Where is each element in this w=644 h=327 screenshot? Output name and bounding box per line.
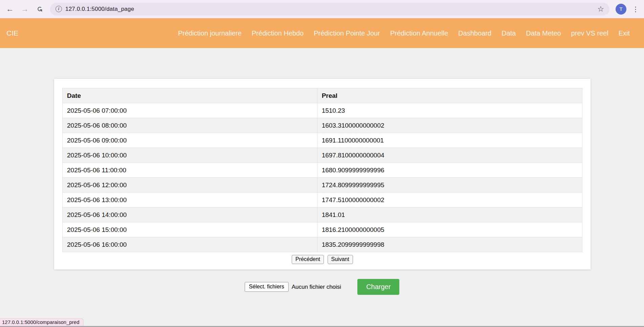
date-cell: 2025-05-06 12:00:00 [63,178,317,193]
table-row: 2025-05-06 13:00:00 1747.5100000000002 [63,193,582,208]
page-info-icon[interactable]: i [55,6,62,12]
date-cell: 2025-05-06 10:00:00 [63,148,317,163]
preal-cell: 1816.2100000000005 [317,222,582,237]
preal-cell: 1691.1100000000001 [317,133,582,148]
forward-arrow-icon: → [18,3,31,16]
table-row: 2025-05-06 10:00:00 1697.8100000000004 [63,148,582,163]
nav-item-prev-vs-reel[interactable]: prev VS reel [571,29,608,37]
preal-cell: 1835.2099999999998 [317,237,582,252]
back-arrow-icon[interactable]: ← [3,3,16,16]
column-header-date: Date [63,88,317,103]
profile-avatar[interactable]: T [616,4,626,15]
nav-item-prediction-annuelle[interactable]: Prédiction Annuelle [390,29,448,37]
date-cell: 2025-05-06 08:00:00 [63,118,317,133]
browser-menu-icon[interactable]: ⋮ [630,3,641,16]
preal-cell: 1680.9099999999996 [317,163,582,178]
table-row: 2025-05-06 08:00:00 1603.3100000000002 [63,118,582,133]
date-cell: 2025-05-06 11:00:00 [63,163,317,178]
nav-item-prediction-hebdo[interactable]: Prédiction Hebdo [252,29,304,37]
nav-item-prediction-journaliere[interactable]: Prédiction journaliere [178,29,242,37]
table-row: 2025-05-06 12:00:00 1724.8099999999995 [63,178,582,193]
app-navbar: CIE Prédiction journaliere Prédiction He… [0,18,644,48]
nav-item-prediction-pointe-jour[interactable]: Prédiction Pointe Jour [314,29,380,37]
table-row: 2025-05-06 16:00:00 1835.2099999999998 [63,237,582,252]
preal-cell: 1724.8099999999995 [317,178,582,193]
charger-button[interactable]: Charger [357,279,399,295]
data-table: Date Preal 2025-05-06 07:00:00 1510.23 2… [62,88,582,252]
preal-cell: 1603.3100000000002 [317,118,582,133]
brand-logo[interactable]: CIE [6,29,18,37]
date-cell: 2025-05-06 09:00:00 [63,133,317,148]
date-cell: 2025-05-06 13:00:00 [63,193,317,208]
data-table-card: Date Preal 2025-05-06 07:00:00 1510.23 2… [54,79,591,269]
browser-toolbar: ← → ↻ i 127.0.0.1:5000/data_page ☆ T ⋮ [0,0,644,18]
nav-links: Prédiction journaliere Prédiction Hebdo … [178,29,630,37]
table-header-row: Date Preal [63,88,582,103]
bookmark-star-icon[interactable]: ☆ [597,5,604,14]
preal-cell: 1510.23 [317,103,582,118]
no-file-chosen-label: Aucun fichier choisi [292,284,341,290]
table-row: 2025-05-06 14:00:00 1841.01 [63,208,582,222]
preal-cell: 1697.8100000000004 [317,148,582,163]
page-content: Date Preal 2025-05-06 07:00:00 1510.23 2… [0,48,644,327]
table-row: 2025-05-06 07:00:00 1510.23 [63,103,582,118]
nav-item-exit[interactable]: Exit [619,29,630,37]
nav-item-dashboard[interactable]: Dashboard [458,29,491,37]
refresh-glyph: ↻ [36,6,44,12]
pagination: Précédent Suivant [62,255,582,264]
date-cell: 2025-05-06 15:00:00 [63,222,317,237]
preal-cell: 1747.5100000000002 [317,193,582,208]
select-files-button[interactable]: Sélect. fichiers [245,282,289,292]
previous-page-button[interactable]: Précédent [292,255,324,264]
date-cell: 2025-05-06 14:00:00 [63,208,317,222]
refresh-icon[interactable]: ↻ [33,3,46,16]
column-header-preal: Preal [317,88,582,103]
next-page-button[interactable]: Suivant [328,255,353,264]
url-text[interactable]: 127.0.0.1:5000/data_page [65,6,134,13]
table-row: 2025-05-06 09:00:00 1691.1100000000001 [63,133,582,148]
url-bar[interactable]: i 127.0.0.1:5000/data_page ☆ [50,3,609,16]
table-row: 2025-05-06 11:00:00 1680.9099999999996 [63,163,582,178]
upload-controls: Sélect. fichiers Aucun fichier choisi Ch… [0,279,644,295]
table-row: 2025-05-06 15:00:00 1816.2100000000005 [63,222,582,237]
date-cell: 2025-05-06 16:00:00 [63,237,317,252]
nav-item-data[interactable]: Data [502,29,516,37]
link-preview-status-bar: 127.0.0.1:5000/comparaison_pred [0,318,84,326]
date-cell: 2025-05-06 07:00:00 [63,103,317,118]
nav-item-data-meteo[interactable]: Data Meteo [526,29,561,37]
preal-cell: 1841.01 [317,208,582,222]
